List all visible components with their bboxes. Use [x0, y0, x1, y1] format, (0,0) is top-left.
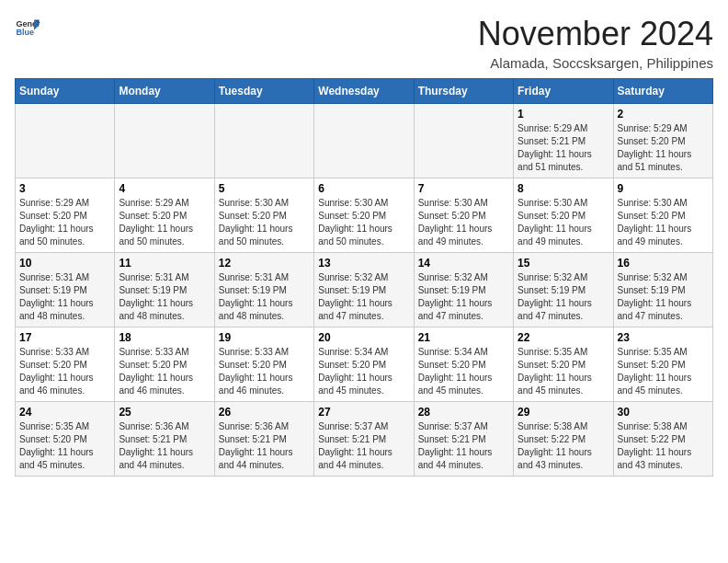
day-info: Sunrise: 5:38 AM Sunset: 5:22 PM Dayligh… [618, 420, 709, 472]
day-number: 23 [618, 331, 709, 344]
day-number: 12 [219, 257, 310, 270]
calendar-day-cell: 24Sunrise: 5:35 AM Sunset: 5:20 PM Dayli… [16, 402, 115, 477]
day-info: Sunrise: 5:37 AM Sunset: 5:21 PM Dayligh… [318, 420, 409, 472]
day-number: 8 [518, 182, 609, 195]
day-number: 5 [219, 182, 310, 195]
calendar-day-cell: 9Sunrise: 5:30 AM Sunset: 5:20 PM Daylig… [613, 178, 712, 253]
calendar-day-cell: 23Sunrise: 5:35 AM Sunset: 5:20 PM Dayli… [613, 327, 712, 402]
calendar-day-cell: 4Sunrise: 5:29 AM Sunset: 5:20 PM Daylig… [115, 178, 214, 253]
calendar-day-cell: 6Sunrise: 5:30 AM Sunset: 5:20 PM Daylig… [314, 178, 414, 253]
day-number: 10 [19, 257, 110, 270]
calendar-day-cell: 2Sunrise: 5:29 AM Sunset: 5:20 PM Daylig… [613, 104, 712, 178]
day-number: 14 [418, 257, 509, 270]
day-number: 24 [19, 406, 110, 419]
calendar-day-cell: 12Sunrise: 5:31 AM Sunset: 5:19 PM Dayli… [214, 253, 313, 327]
calendar-day-cell: 22Sunrise: 5:35 AM Sunset: 5:20 PM Dayli… [514, 327, 613, 402]
day-info: Sunrise: 5:31 AM Sunset: 5:19 PM Dayligh… [119, 271, 210, 323]
calendar-day-cell: 30Sunrise: 5:38 AM Sunset: 5:22 PM Dayli… [613, 402, 712, 477]
day-number: 25 [119, 406, 210, 419]
calendar-day-cell [414, 104, 513, 178]
day-info: Sunrise: 5:30 AM Sunset: 5:20 PM Dayligh… [618, 197, 709, 248]
day-info: Sunrise: 5:32 AM Sunset: 5:19 PM Dayligh… [418, 271, 509, 323]
calendar-day-cell: 26Sunrise: 5:36 AM Sunset: 5:21 PM Dayli… [214, 402, 313, 477]
calendar-day-cell [115, 104, 214, 178]
location-title: Alamada, Soccsksargen, Philippines [478, 55, 713, 71]
day-info: Sunrise: 5:31 AM Sunset: 5:19 PM Dayligh… [219, 271, 310, 323]
logo: General Blue [15, 15, 40, 40]
calendar-day-cell: 5Sunrise: 5:30 AM Sunset: 5:20 PM Daylig… [214, 178, 313, 253]
day-number: 22 [518, 331, 609, 344]
logo-icon: General Blue [15, 15, 40, 40]
calendar-day-cell: 10Sunrise: 5:31 AM Sunset: 5:19 PM Dayli… [16, 253, 115, 327]
day-number: 15 [518, 257, 609, 270]
day-info: Sunrise: 5:38 AM Sunset: 5:22 PM Dayligh… [518, 420, 609, 472]
day-info: Sunrise: 5:29 AM Sunset: 5:20 PM Dayligh… [618, 122, 709, 174]
day-info: Sunrise: 5:30 AM Sunset: 5:20 PM Dayligh… [518, 197, 609, 248]
day-info: Sunrise: 5:36 AM Sunset: 5:21 PM Dayligh… [119, 420, 210, 472]
day-of-week-header: Wednesday [314, 79, 414, 104]
day-info: Sunrise: 5:33 AM Sunset: 5:20 PM Dayligh… [119, 346, 210, 397]
day-of-week-header: Tuesday [214, 79, 313, 104]
day-number: 21 [418, 331, 509, 344]
day-info: Sunrise: 5:29 AM Sunset: 5:20 PM Dayligh… [119, 197, 210, 248]
day-of-week-header: Friday [514, 79, 613, 104]
day-number: 20 [318, 331, 409, 344]
title-block: November 2024 Alamada, Soccsksargen, Phi… [478, 15, 713, 71]
day-info: Sunrise: 5:29 AM Sunset: 5:20 PM Dayligh… [19, 197, 110, 248]
svg-text:Blue: Blue [16, 28, 34, 37]
calendar-day-cell: 8Sunrise: 5:30 AM Sunset: 5:20 PM Daylig… [514, 178, 613, 253]
day-info: Sunrise: 5:34 AM Sunset: 5:20 PM Dayligh… [418, 346, 509, 397]
day-info: Sunrise: 5:35 AM Sunset: 5:20 PM Dayligh… [19, 420, 110, 472]
day-number: 28 [418, 406, 509, 419]
day-number: 29 [518, 406, 609, 419]
calendar-table: SundayMondayTuesdayWednesdayThursdayFrid… [15, 78, 713, 477]
day-info: Sunrise: 5:34 AM Sunset: 5:20 PM Dayligh… [318, 346, 409, 397]
day-number: 27 [318, 406, 409, 419]
day-of-week-header: Saturday [613, 79, 712, 104]
day-info: Sunrise: 5:33 AM Sunset: 5:20 PM Dayligh… [19, 346, 110, 397]
calendar-day-cell: 27Sunrise: 5:37 AM Sunset: 5:21 PM Dayli… [314, 402, 414, 477]
day-info: Sunrise: 5:33 AM Sunset: 5:20 PM Dayligh… [219, 346, 310, 397]
day-info: Sunrise: 5:29 AM Sunset: 5:21 PM Dayligh… [518, 122, 609, 174]
calendar-day-cell: 25Sunrise: 5:36 AM Sunset: 5:21 PM Dayli… [115, 402, 214, 477]
day-number: 16 [618, 257, 709, 270]
calendar-day-cell: 14Sunrise: 5:32 AM Sunset: 5:19 PM Dayli… [414, 253, 513, 327]
day-number: 4 [119, 182, 210, 195]
day-number: 9 [618, 182, 709, 195]
day-info: Sunrise: 5:32 AM Sunset: 5:19 PM Dayligh… [618, 271, 709, 323]
page-header: General Blue November 2024 Alamada, Socc… [15, 15, 713, 71]
calendar-day-cell: 28Sunrise: 5:37 AM Sunset: 5:21 PM Dayli… [414, 402, 513, 477]
calendar-day-cell: 11Sunrise: 5:31 AM Sunset: 5:19 PM Dayli… [115, 253, 214, 327]
day-of-week-header: Thursday [414, 79, 513, 104]
day-info: Sunrise: 5:37 AM Sunset: 5:21 PM Dayligh… [418, 420, 509, 472]
day-number: 1 [518, 108, 609, 121]
day-info: Sunrise: 5:35 AM Sunset: 5:20 PM Dayligh… [618, 346, 709, 397]
calendar-day-cell: 17Sunrise: 5:33 AM Sunset: 5:20 PM Dayli… [16, 327, 115, 402]
day-info: Sunrise: 5:36 AM Sunset: 5:21 PM Dayligh… [219, 420, 310, 472]
calendar-day-cell: 15Sunrise: 5:32 AM Sunset: 5:19 PM Dayli… [514, 253, 613, 327]
day-info: Sunrise: 5:30 AM Sunset: 5:20 PM Dayligh… [318, 197, 409, 248]
calendar-day-cell: 13Sunrise: 5:32 AM Sunset: 5:19 PM Dayli… [314, 253, 414, 327]
calendar-week-row: 10Sunrise: 5:31 AM Sunset: 5:19 PM Dayli… [16, 253, 713, 327]
calendar-week-row: 17Sunrise: 5:33 AM Sunset: 5:20 PM Dayli… [16, 327, 713, 402]
calendar-week-row: 3Sunrise: 5:29 AM Sunset: 5:20 PM Daylig… [16, 178, 713, 253]
calendar-day-cell: 21Sunrise: 5:34 AM Sunset: 5:20 PM Dayli… [414, 327, 513, 402]
calendar-day-cell: 18Sunrise: 5:33 AM Sunset: 5:20 PM Dayli… [115, 327, 214, 402]
calendar-day-cell: 16Sunrise: 5:32 AM Sunset: 5:19 PM Dayli… [613, 253, 712, 327]
day-of-week-header: Sunday [16, 79, 115, 104]
day-info: Sunrise: 5:30 AM Sunset: 5:20 PM Dayligh… [219, 197, 310, 248]
day-number: 13 [318, 257, 409, 270]
calendar-day-cell [314, 104, 414, 178]
calendar-week-row: 24Sunrise: 5:35 AM Sunset: 5:20 PM Dayli… [16, 402, 713, 477]
day-number: 3 [19, 182, 110, 195]
month-title: November 2024 [478, 15, 713, 53]
calendar-day-cell [16, 104, 115, 178]
day-number: 7 [418, 182, 509, 195]
day-number: 6 [318, 182, 409, 195]
calendar-day-cell: 3Sunrise: 5:29 AM Sunset: 5:20 PM Daylig… [16, 178, 115, 253]
day-info: Sunrise: 5:30 AM Sunset: 5:20 PM Dayligh… [418, 197, 509, 248]
calendar-week-row: 1Sunrise: 5:29 AM Sunset: 5:21 PM Daylig… [16, 104, 713, 178]
calendar-day-cell: 19Sunrise: 5:33 AM Sunset: 5:20 PM Dayli… [214, 327, 313, 402]
calendar-day-cell: 29Sunrise: 5:38 AM Sunset: 5:22 PM Dayli… [514, 402, 613, 477]
day-number: 11 [119, 257, 210, 270]
